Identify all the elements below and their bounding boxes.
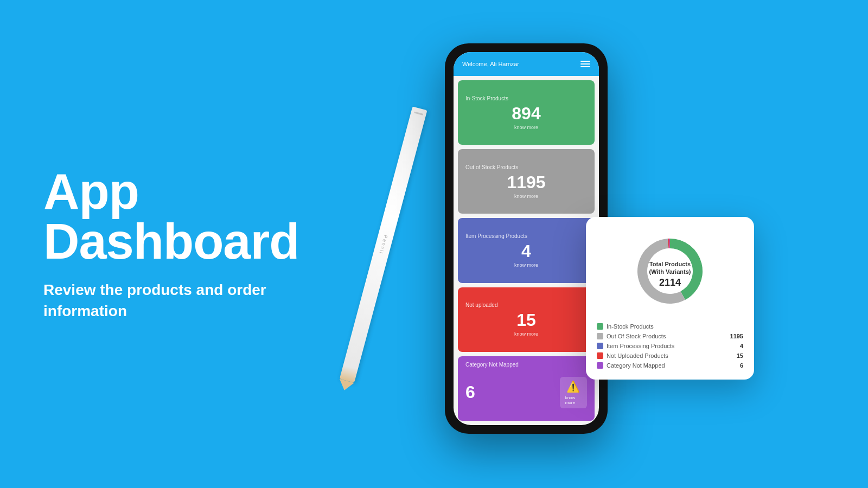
hamburger-line-3 bbox=[580, 66, 590, 67]
donut-title-line2: (With Variants) bbox=[649, 268, 691, 275]
hamburger-icon[interactable] bbox=[580, 61, 590, 67]
out-of-stock-link[interactable]: know more bbox=[465, 194, 587, 199]
donut-title-line1: Total Products bbox=[649, 261, 691, 267]
item-processing-label: Item Processing Products bbox=[465, 233, 527, 239]
category-not-mapped-card[interactable]: Category Not Mapped 6 ⚠️ know more bbox=[458, 356, 595, 421]
out-of-stock-label: Out of Stock Products bbox=[465, 164, 518, 170]
legend-value-category: 6 bbox=[740, 362, 743, 369]
not-uploaded-card[interactable]: Not uploaded 15 know more bbox=[458, 287, 595, 352]
out-of-stock-card[interactable]: Out of Stock Products 1195 know more bbox=[458, 149, 595, 214]
item-processing-card[interactable]: Item Processing Products 4 know more bbox=[458, 218, 595, 282]
chart-legend: In-Stock Products Out Of Stock Products … bbox=[597, 323, 743, 369]
stylus-pencil bbox=[340, 106, 427, 383]
out-of-stock-value: 1195 bbox=[465, 172, 587, 192]
legend-label-in-stock: In-Stock Products bbox=[607, 323, 654, 330]
in-stock-label: In-Stock Products bbox=[465, 95, 508, 101]
legend-dot-out-of-stock bbox=[597, 333, 603, 339]
legend-label-out-of-stock: Out Of Stock Products bbox=[607, 333, 666, 339]
legend-item-in-stock: In-Stock Products bbox=[597, 323, 743, 330]
hero-title: App Dashboard bbox=[43, 166, 315, 266]
legend-label-item-processing: Item Processing Products bbox=[607, 343, 674, 349]
category-know-more[interactable]: know more bbox=[565, 395, 582, 405]
chart-card: Total Products (With Variants) 2114 In-S… bbox=[586, 217, 754, 380]
warning-icon: ⚠️ bbox=[566, 380, 580, 393]
category-not-mapped-label: Category Not Mapped bbox=[465, 362, 587, 368]
phone-screen: Welcome, Ali Hamzar In-Stock Products 89… bbox=[454, 52, 599, 425]
donut-total: 2114 bbox=[659, 277, 681, 288]
legend-item-not-uploaded: Not Uploaded Products 15 bbox=[597, 352, 743, 359]
hero-text-section: App Dashboard Review the products and or… bbox=[43, 166, 315, 322]
in-stock-link[interactable]: know more bbox=[465, 125, 587, 130]
hero-title-line2: Dashboard bbox=[43, 214, 299, 269]
item-processing-link[interactable]: know more bbox=[465, 262, 587, 268]
in-stock-card[interactable]: In-Stock Products 894 know more bbox=[458, 80, 595, 145]
legend-value-not-uploaded: 15 bbox=[737, 352, 743, 359]
phone-header-title: Welcome, Ali Hamzar bbox=[462, 61, 519, 67]
phone-header: Welcome, Ali Hamzar bbox=[454, 52, 599, 76]
category-not-mapped-value: 6 bbox=[465, 382, 560, 402]
legend-value-out-of-stock: 1195 bbox=[730, 333, 743, 339]
phone-dashboard-content: In-Stock Products 894 know more Out of S… bbox=[454, 76, 599, 425]
hero-subtitle: Review the products and order informatio… bbox=[43, 279, 315, 322]
in-stock-value: 894 bbox=[465, 104, 587, 124]
donut-chart-svg: Total Products (With Variants) 2114 bbox=[627, 228, 713, 314]
legend-item-out-of-stock: Out Of Stock Products 1195 bbox=[597, 333, 743, 339]
not-uploaded-value: 15 bbox=[465, 310, 587, 330]
category-warning-box: ⚠️ know more bbox=[560, 377, 587, 408]
legend-dot-not-uploaded bbox=[597, 352, 603, 359]
legend-item-category: Category Not Mapped 6 bbox=[597, 362, 743, 369]
legend-value-item-processing: 4 bbox=[740, 343, 743, 349]
not-uploaded-link[interactable]: know more bbox=[465, 331, 587, 337]
phone-body: Welcome, Ali Hamzar In-Stock Products 89… bbox=[445, 43, 608, 434]
phone-mockup: Welcome, Ali Hamzar In-Stock Products 89… bbox=[445, 43, 608, 434]
legend-label-category: Category Not Mapped bbox=[607, 362, 665, 369]
legend-item-item-processing: Item Processing Products 4 bbox=[597, 343, 743, 349]
legend-dot-category bbox=[597, 362, 603, 369]
legend-dot-item-processing bbox=[597, 343, 603, 349]
donut-chart-container: Total Products (With Variants) 2114 bbox=[597, 228, 743, 314]
not-uploaded-label: Not uploaded bbox=[465, 302, 498, 308]
hamburger-line-2 bbox=[580, 63, 590, 65]
hero-title-line1: App bbox=[43, 164, 139, 219]
legend-dot-in-stock bbox=[597, 323, 603, 330]
hamburger-line-1 bbox=[580, 61, 590, 62]
item-processing-value: 4 bbox=[465, 241, 587, 261]
legend-label-not-uploaded: Not Uploaded Products bbox=[607, 352, 668, 359]
